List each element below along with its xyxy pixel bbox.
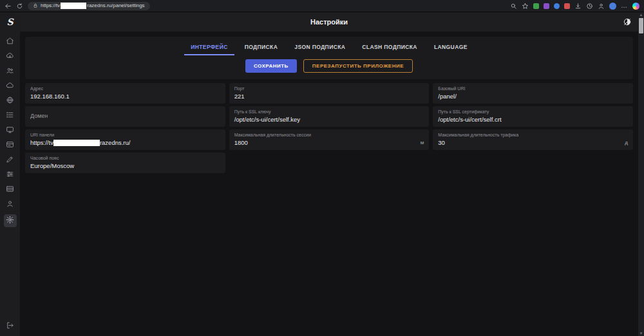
field-value: /opt/etc/s-ui/cert/self.key — [234, 116, 424, 124]
field-value: 30 — [438, 139, 628, 147]
field-label: Максимальная длительность трафика — [438, 132, 628, 138]
field-value: Europe/Moscow — [30, 162, 220, 170]
page-scrollbar[interactable]: ▲ ▼ — [638, 12, 644, 336]
browser-toolbar: https://tvrazedns.ru/panel/settings … — [0, 0, 644, 12]
field-timezone[interactable]: Часовой пояс Europe/Moscow — [25, 153, 225, 173]
sidebar-item-network[interactable] — [4, 96, 17, 106]
tab-language[interactable]: LANGUAGE — [428, 39, 474, 55]
logout-icon — [6, 321, 14, 332]
sliders-icon — [6, 169, 14, 181]
tab-clash-subscription[interactable]: CLASH ПОДПИСКА — [355, 39, 424, 55]
address-bar[interactable]: https://tvrazedns.ru/panel/settings — [28, 2, 150, 10]
tab-subscription[interactable]: ПОДПИСКА — [238, 39, 285, 55]
scrollbar-thumb[interactable] — [639, 18, 643, 33]
restart-app-button[interactable]: ПЕРЕЗАПУСТИТЬ ПРИЛОЖЕНИЕ — [303, 59, 413, 73]
field-traffic-max-duration[interactable]: Максимальная длительность трафика 30 д — [433, 129, 633, 150]
sidebar-item-tables[interactable] — [4, 185, 17, 194]
save-button[interactable]: СОХРАНИТЬ — [245, 59, 297, 73]
sidebar-item-rules[interactable] — [4, 155, 17, 165]
field-value: /opt/etc/s-ui/cert/self.crt — [438, 116, 628, 124]
sidebar-item-services[interactable] — [4, 140, 17, 150]
list-icon — [6, 110, 14, 122]
user-icon — [6, 199, 14, 210]
cloud-icon — [6, 80, 14, 92]
table-icon — [6, 184, 14, 196]
more-menu-icon[interactable]: … — [621, 3, 628, 9]
settings-fields: Адрес 192.168.160.1 Порт 221 Базовый URI… — [25, 83, 633, 173]
theme-toggle-icon[interactable] — [623, 17, 632, 26]
history-icon[interactable] — [586, 3, 593, 10]
download-icon[interactable] — [574, 3, 582, 10]
settings-panel: ИНТЕРФЕЙС ПОДПИСКА JSON ПОДПИСКА CLASH П… — [25, 37, 633, 79]
field-unit-suffix: м — [421, 140, 424, 145]
field-address[interactable]: Адрес 192.168.160.1 — [25, 83, 225, 104]
field-label: Максимальная длительность сессии — [234, 132, 424, 138]
scroll-down-icon[interactable]: ▼ — [639, 331, 643, 336]
sidebar-nav — [4, 37, 17, 227]
field-panel-uri[interactable]: URI панели https://tvrazedns.ru/ — [25, 129, 225, 150]
account-avatar[interactable] — [609, 3, 616, 10]
field-label: Часовой пояс — [30, 155, 220, 161]
field-session-max-duration[interactable]: Максимальная длительность сессии 1800 м — [229, 129, 430, 150]
copilot-icon[interactable] — [632, 3, 639, 10]
field-label: Домен — [30, 113, 48, 119]
app-logo: S — [6, 17, 13, 27]
field-port[interactable]: Порт 221 — [229, 83, 430, 104]
cloud-download-icon — [6, 51, 14, 62]
users-icon — [6, 66, 14, 77]
sidebar: S — [0, 12, 20, 336]
globe-icon — [6, 95, 14, 107]
tab-interface[interactable]: ИНТЕРФЕЙС — [184, 39, 234, 55]
field-ssl-cert-path[interactable]: Путь к SSL сертификату /opt/etc/s-ui/cer… — [433, 106, 633, 127]
lock-icon — [33, 3, 38, 8]
field-value: https://tvrazedns.ru/ — [30, 139, 220, 147]
extension-icon[interactable] — [564, 3, 570, 9]
field-domain[interactable]: Домен — [25, 106, 225, 127]
field-base-uri[interactable]: Базовый URI /panel/ — [433, 83, 633, 104]
sidebar-item-outbounds[interactable] — [4, 126, 17, 135]
sidebar-item-endpoints[interactable] — [4, 81, 17, 91]
monitor-icon — [6, 125, 14, 136]
field-label: Базовый URI — [438, 86, 628, 91]
sidebar-item-clients[interactable] — [4, 66, 17, 76]
sidebar-item-settings[interactable] — [4, 214, 17, 227]
server-icon — [6, 140, 14, 151]
app-header: Настройки — [20, 12, 638, 32]
logout-button[interactable] — [4, 321, 17, 331]
value-redaction-box — [53, 140, 100, 146]
page-title: Настройки — [20, 12, 638, 32]
settings-tabs: ИНТЕРФЕЙС ПОДПИСКА JSON ПОДПИСКА CLASH П… — [25, 39, 633, 55]
favorite-star-icon[interactable] — [522, 3, 529, 10]
sidebar-item-admins[interactable] — [4, 200, 17, 209]
url-redaction-box — [61, 3, 86, 9]
field-label: Путь к SSL сертификату — [438, 109, 628, 115]
main-area: Настройки ИНТЕРФЕЙС ПОДПИСКА JSON ПОДПИС… — [20, 12, 638, 336]
sidebar-item-home[interactable] — [4, 37, 17, 46]
sidebar-item-filters[interactable] — [4, 170, 17, 180]
home-icon — [6, 36, 14, 48]
scroll-up-icon[interactable]: ▲ — [639, 12, 643, 17]
field-value: 192.168.160.1 — [30, 93, 220, 100]
profile-icon[interactable] — [598, 3, 605, 10]
tab-json-subscription[interactable]: JSON ПОДПИСКА — [288, 39, 352, 55]
field-value: 1800 — [234, 139, 424, 147]
browser-actions: … — [510, 3, 639, 10]
field-label: Путь к SSL ключу — [234, 109, 424, 115]
extension-icon[interactable] — [544, 3, 549, 9]
gear-icon — [6, 215, 14, 227]
sidebar-item-inbounds[interactable] — [4, 111, 17, 120]
back-icon[interactable] — [5, 3, 12, 10]
field-label: Порт — [234, 86, 424, 91]
extension-icon[interactable] — [533, 3, 539, 9]
field-value: /panel/ — [438, 93, 628, 100]
field-label: URI панели — [30, 132, 220, 138]
field-ssl-key-path[interactable]: Путь к SSL ключу /opt/etc/s-ui/cert/self… — [229, 106, 430, 127]
sidebar-item-traffic[interactable] — [4, 51, 17, 61]
field-value: 221 — [234, 93, 424, 100]
refresh-icon[interactable] — [16, 3, 23, 10]
field-label: Адрес — [30, 86, 220, 91]
search-icon[interactable] — [510, 3, 517, 10]
extension-icon[interactable] — [554, 3, 560, 9]
edit-icon — [6, 154, 14, 166]
settings-content: ИНТЕРФЕЙС ПОДПИСКА JSON ПОДПИСКА CLASH П… — [20, 32, 638, 173]
